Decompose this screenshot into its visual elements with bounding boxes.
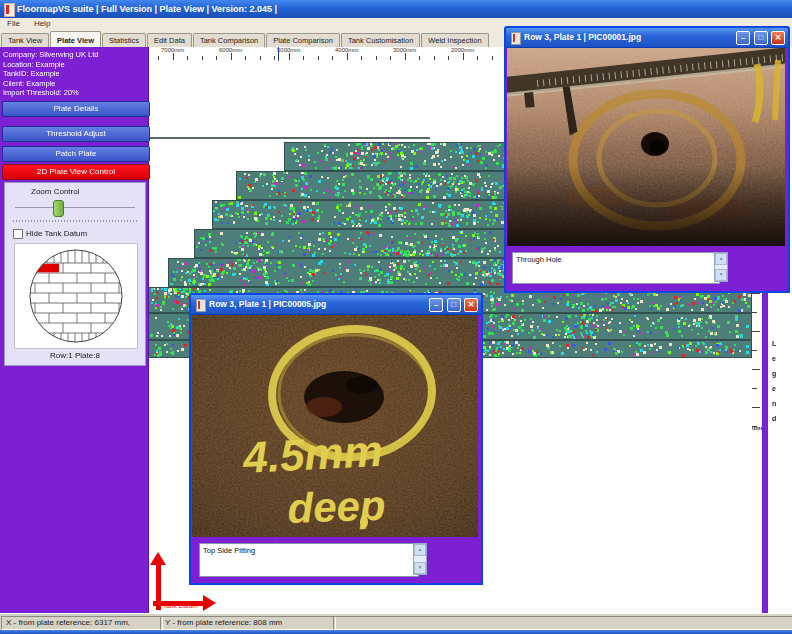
ruler-cursor-marker xyxy=(278,47,279,61)
minimize-icon[interactable]: – xyxy=(736,31,750,45)
tank-info-line: Company: Silverwing UK Ltd xyxy=(3,50,98,60)
ruler-tick xyxy=(318,56,319,60)
pic00001-photo xyxy=(507,48,785,246)
ruler-tick xyxy=(752,331,760,332)
tab-tank-customisation[interactable]: Tank Customisation xyxy=(341,33,420,47)
depth-annotation-2: deep xyxy=(287,482,387,532)
2d-plate-view-control-button[interactable]: 2D Plate View Control xyxy=(2,164,150,180)
ruler-tick xyxy=(752,312,757,313)
pic00005-caption: Top Side Pitting xyxy=(203,546,255,555)
ruler-tick xyxy=(158,56,159,60)
ruler-label: 7000mm xyxy=(161,47,184,53)
zoom-slider-track[interactable] xyxy=(15,207,135,208)
maximize-icon[interactable]: □ xyxy=(754,31,768,45)
ruler-label: 2000mm xyxy=(451,47,474,53)
window-bottom-edge xyxy=(0,630,792,634)
ruler-label: 3000mm xyxy=(393,47,416,53)
pic00005-window-icon xyxy=(196,299,206,312)
hide-tank-datum-checkbox[interactable] xyxy=(13,229,23,239)
maximize-icon[interactable]: □ xyxy=(447,298,461,312)
application-window: FloormapVS suite | Full Version | Plate … xyxy=(0,0,792,634)
pic00001-caption-scrollbar[interactable]: ▲ ▼ xyxy=(714,252,728,282)
tank-datum-label: Tank Datum xyxy=(163,602,198,609)
image-window-pic00001[interactable]: Row 3, Plate 1 | PIC00001.jpg – □ ✕ xyxy=(504,26,790,293)
legend-divider xyxy=(762,289,768,613)
tab-edit-data[interactable]: Edit Data xyxy=(147,33,192,47)
close-icon[interactable]: ✕ xyxy=(464,298,478,312)
ruler-tick xyxy=(376,56,377,60)
scroll-down-icon[interactable]: ▼ xyxy=(715,269,727,281)
scroll-down-icon[interactable]: ▼ xyxy=(414,562,426,574)
tab-plate-comparison[interactable]: Plate Comparison xyxy=(266,33,340,47)
ruler-tick xyxy=(289,53,290,60)
ruler-tick xyxy=(187,56,188,60)
pic00005-title: Row 3, Plate 1 | PIC00005.jpg xyxy=(209,295,326,314)
scroll-up-icon[interactable]: ▲ xyxy=(414,544,426,556)
plate-boundary-line xyxy=(148,137,430,139)
tab-statistics[interactable]: Statistics xyxy=(102,33,146,47)
pic00001-title: Row 3, Plate 1 | PIC00001.jpg xyxy=(524,28,641,47)
close-icon[interactable]: ✕ xyxy=(771,31,785,45)
zoom-control-title: Zoom Control xyxy=(31,187,79,196)
tank-info-line: Client: Example xyxy=(3,79,98,89)
ruler-tick xyxy=(216,56,217,60)
ruler-tick xyxy=(332,56,333,60)
tank-plan-diagram[interactable] xyxy=(14,243,138,349)
menu-item-help[interactable]: Help xyxy=(27,18,57,28)
ruler-tick xyxy=(752,388,757,389)
tab-tank-comparison[interactable]: Tank Comparison xyxy=(193,33,265,47)
ruler-tick xyxy=(752,350,757,351)
scroll-up-icon[interactable]: ▲ xyxy=(715,253,727,265)
ruler-label: 4000mm xyxy=(335,47,358,53)
hide-tank-datum-label: Hide Tank Datum xyxy=(26,229,87,238)
app-title: FloormapVS suite | Full Version | Plate … xyxy=(17,0,277,18)
ruler-tick xyxy=(231,53,232,60)
title-bar[interactable]: FloormapVS suite | Full Version | Plate … xyxy=(0,0,792,18)
ruler-tick xyxy=(405,53,406,60)
app-icon xyxy=(4,3,15,17)
ruler-tick xyxy=(202,56,203,60)
menu-item-file[interactable]: File xyxy=(0,18,27,28)
status-x-panel: X - from plate reference: 6317 mm, xyxy=(1,616,163,630)
ruler-tick xyxy=(463,53,464,60)
minimize-icon[interactable]: – xyxy=(429,298,443,312)
pic00001-caption-box[interactable]: Through Hole xyxy=(512,252,720,284)
sidebar: Company: Silverwing UK LtdLocation: Exam… xyxy=(0,47,149,613)
zoom-slider-thumb[interactable] xyxy=(53,200,64,217)
ruler-tick xyxy=(448,56,449,60)
status-y-panel: Y - from plate reference: 808 mm xyxy=(160,616,336,630)
pic00001-title-bar[interactable]: Row 3, Plate 1 | PIC00001.jpg – □ ✕ xyxy=(506,28,788,48)
ruler-tick xyxy=(492,56,493,60)
tab-plate-view[interactable]: Plate View xyxy=(50,31,101,47)
ruler-tick xyxy=(419,56,420,60)
tab-weld-inspection[interactable]: Weld Inspection xyxy=(421,33,488,47)
status-spacer-panel xyxy=(333,616,792,630)
ruler-label: 5000mm xyxy=(277,47,300,53)
tank-info-line: Import Threshold: 20% xyxy=(3,88,98,98)
legend-panel-label: L e g e n d xyxy=(772,336,776,426)
ruler-tick xyxy=(173,53,174,60)
selected-plate-highlight xyxy=(31,264,59,273)
ruler-label: 6000mm xyxy=(219,47,242,53)
tank-info-line: TankID: Example xyxy=(3,69,98,79)
status-y-text: Y - from plate reference: 808 mm xyxy=(165,618,282,627)
tank-info-block: Company: Silverwing UK LtdLocation: Exam… xyxy=(0,50,98,98)
plate-view-control-panel: Zoom Control Hide Tank Datum Row:1 Plate… xyxy=(4,182,146,366)
pic00005-title-bar[interactable]: Row 3, Plate 1 | PIC00005.jpg – □ ✕ xyxy=(191,295,481,315)
pic00005-caption-scrollbar[interactable]: ▲ ▼ xyxy=(413,543,427,575)
ruler-tick xyxy=(752,407,760,408)
depth-annotation: 4.5mm xyxy=(241,426,384,482)
pic00005-caption-box[interactable]: Top Side Pitting xyxy=(199,543,419,577)
ruler-tick xyxy=(752,369,760,370)
threshold-adjust-button[interactable]: Threshold Adjust xyxy=(2,126,150,142)
pic00001-caption: Through Hole xyxy=(516,255,561,264)
tank-info-line: Location: Example xyxy=(3,60,98,70)
tab-tank-view[interactable]: Tank View xyxy=(1,33,49,47)
ruler-tick xyxy=(347,53,348,60)
plate-details-button[interactable]: Plate Details xyxy=(2,101,150,117)
image-window-pic00005[interactable]: Row 3, Plate 1 | PIC00005.jpg – □ ✕ xyxy=(189,293,483,585)
ruler-tick xyxy=(390,56,391,60)
ruler-tick xyxy=(260,56,261,60)
patch-plate-button[interactable]: Patch Plate xyxy=(2,146,150,162)
pic00005-photo: 4.5mm deep xyxy=(192,315,478,537)
